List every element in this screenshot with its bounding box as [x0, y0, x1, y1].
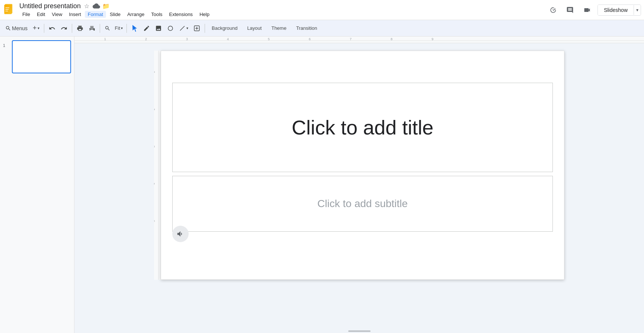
menu-file[interactable]: File: [19, 11, 33, 18]
divider-1: [44, 24, 44, 33]
svg-line-7: [180, 26, 185, 31]
title-icons: ☆ 📁: [83, 2, 110, 10]
svg-text:3: 3: [154, 146, 156, 148]
svg-text:4: 4: [154, 183, 156, 185]
select-tool-button[interactable]: [129, 22, 140, 34]
svg-point-6: [168, 26, 173, 31]
svg-rect-5: [5, 10, 8, 11]
camera-icon[interactable]: [580, 3, 594, 17]
add-slide-icon: +: [33, 24, 37, 32]
svg-text:1: 1: [104, 37, 106, 41]
toolbar: Menus + ▾ Fit ▾ ▾: [0, 20, 644, 37]
insert-special-button[interactable]: [191, 22, 202, 34]
ruler-svg: 1 2 3 4 5 6 7 8 9: [74, 37, 644, 43]
svg-rect-22: [154, 51, 161, 280]
svg-rect-3: [5, 7, 9, 8]
app-title[interactable]: Untitled presentation: [19, 2, 81, 10]
folder-icon[interactable]: 📁: [102, 2, 110, 10]
menu-view[interactable]: View: [49, 11, 65, 18]
star-icon[interactable]: ☆: [83, 2, 90, 10]
menu-format[interactable]: Format: [85, 11, 106, 18]
svg-text:3: 3: [186, 37, 188, 41]
zoom-arrow-icon: ▾: [121, 26, 123, 30]
menu-arrange[interactable]: Arrange: [124, 11, 147, 18]
line-arrow-icon: ▾: [186, 26, 188, 30]
ruler-vertical: 1 2 3 4 5: [154, 51, 161, 326]
slideshow-btn-wrapper: Slideshow ▾: [597, 4, 641, 16]
menu-help[interactable]: Help: [196, 11, 212, 18]
svg-rect-4: [5, 9, 9, 10]
app-logo: [3, 3, 16, 17]
svg-text:8: 8: [391, 37, 393, 41]
ruler-horizontal: 1 2 3 4 5 6 7 8 9: [74, 37, 644, 43]
menu-insert[interactable]: Insert: [66, 11, 84, 18]
svg-text:1: 1: [154, 71, 156, 73]
history-icon[interactable]: [546, 3, 560, 17]
add-slide-button[interactable]: + ▾: [31, 22, 42, 34]
comment-icon[interactable]: [563, 3, 577, 17]
subtitle-placeholder[interactable]: Click to add subtitle: [317, 198, 408, 210]
zoom-label: Fit: [115, 25, 120, 31]
zoom-selector[interactable]: Fit ▾: [113, 22, 124, 34]
svg-text:2: 2: [145, 37, 147, 41]
divider-4: [126, 24, 127, 33]
slide-thumb-wrapper-1: 1: [3, 40, 71, 73]
menu-slide[interactable]: Slide: [107, 11, 124, 18]
svg-text:5: 5: [268, 37, 270, 41]
slide-number-1: 1: [3, 43, 9, 48]
title-placeholder[interactable]: Click to add title: [292, 116, 433, 139]
divider-5: [205, 24, 205, 33]
menu-tools[interactable]: Tools: [148, 11, 165, 18]
canvas-area: 1 2 3 4 5 6 7 8 9 1: [74, 37, 644, 333]
slide-canvas-container: 1 2 3 4 5 Click to add title Click to ad…: [74, 43, 644, 333]
zoom-button[interactable]: [102, 22, 113, 34]
svg-text:2: 2: [154, 108, 156, 110]
slideshow-button[interactable]: Slideshow: [598, 5, 634, 15]
image-button[interactable]: [153, 22, 164, 34]
svg-text:7: 7: [350, 37, 352, 41]
line-button[interactable]: ▾: [177, 22, 190, 34]
slide-thumbnail-1[interactable]: [12, 40, 71, 73]
redo-button[interactable]: [58, 22, 70, 34]
svg-rect-11: [74, 37, 644, 43]
cloud-icon[interactable]: [93, 2, 100, 10]
title-text-box[interactable]: Click to add title: [172, 83, 553, 172]
slide-canvas: Click to add title Click to add subtitle: [161, 51, 564, 280]
main-area: 1 1 2 3 4 5 6 7 8 9: [0, 37, 644, 333]
menu-extensions[interactable]: Extensions: [166, 11, 196, 18]
undo-button[interactable]: [47, 22, 58, 34]
print-button[interactable]: [74, 22, 86, 34]
search-menus-label: Menus: [12, 25, 28, 31]
svg-text:5: 5: [154, 220, 156, 222]
svg-text:6: 6: [309, 37, 311, 41]
add-slide-arrow: ▾: [38, 26, 39, 30]
svg-text:9: 9: [432, 37, 433, 41]
layout-button[interactable]: Layout: [243, 22, 266, 34]
svg-text:4: 4: [227, 37, 229, 41]
background-button[interactable]: Background: [207, 22, 242, 34]
subtitle-text-box[interactable]: Click to add subtitle: [172, 176, 553, 232]
ruler-vertical-svg: 1 2 3 4 5: [154, 51, 161, 280]
menu-edit[interactable]: Edit: [34, 11, 48, 18]
divider-2: [72, 24, 72, 33]
slideshow-dropdown-button[interactable]: ▾: [634, 5, 641, 15]
slides-panel: 1: [0, 37, 74, 333]
search-menus-button[interactable]: Menus: [3, 22, 30, 34]
paint-format-button[interactable]: [86, 22, 97, 34]
title-bar: Untitled presentation ☆ 📁 File Edit View…: [0, 0, 644, 20]
crop-tool-button[interactable]: [141, 22, 152, 34]
theme-button[interactable]: Theme: [267, 22, 291, 34]
scroll-indicator[interactable]: [348, 330, 371, 332]
shapes-button[interactable]: [165, 22, 176, 34]
bottom-scroll: [74, 329, 644, 333]
title-row: Untitled presentation ☆ 📁: [19, 2, 546, 10]
title-section: Untitled presentation ☆ 📁 File Edit View…: [19, 2, 546, 18]
menu-bar: File Edit View Insert Format Slide Arran…: [19, 11, 546, 18]
audio-button[interactable]: [172, 226, 189, 242]
divider-3: [100, 24, 100, 33]
transition-button[interactable]: Transition: [292, 22, 322, 34]
title-right: Slideshow ▾: [546, 3, 641, 17]
